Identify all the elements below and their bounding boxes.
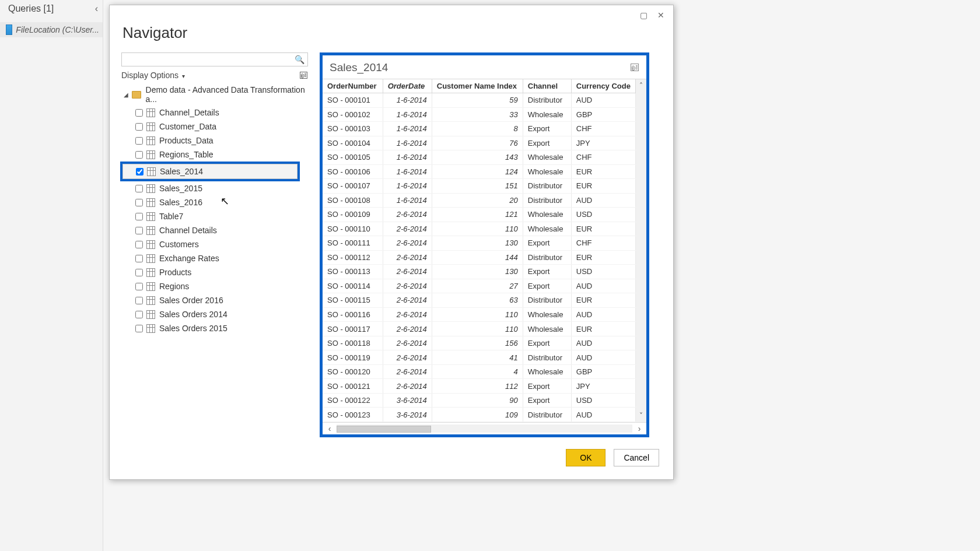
tree-item-checkbox[interactable]: [135, 151, 143, 159]
window-close-icon[interactable]: ✕: [652, 9, 670, 22]
table-row[interactable]: SO - 0001112-6-2014130ExportCHF: [323, 236, 636, 251]
table-row[interactable]: SO - 0001061-6-2014124WholesaleEUR: [323, 164, 636, 179]
table-cell: Export: [523, 379, 571, 394]
hscroll-thumb[interactable]: [337, 426, 431, 433]
table-cell: 1-6-2014: [383, 193, 432, 208]
tree-item[interactable]: Products: [121, 265, 315, 279]
table-cell: Distributor: [523, 93, 571, 108]
search-icon[interactable]: 🔍: [295, 55, 304, 64]
table-row[interactable]: SO - 0001031-6-20148ExportCHF: [323, 122, 636, 136]
queries-collapse-icon[interactable]: ‹: [95, 3, 98, 14]
column-header[interactable]: OrderDate: [383, 79, 432, 93]
tree-item-checkbox[interactable]: [135, 325, 143, 332]
table-icon: [146, 296, 155, 305]
table-cell: EUR: [571, 322, 635, 336]
hscroll-track[interactable]: [337, 424, 632, 433]
tree-item[interactable]: Exchange Rates: [121, 251, 315, 265]
table-cell: AUD: [571, 350, 635, 365]
table-cell: Distributor: [523, 293, 571, 308]
table-icon: [146, 150, 155, 159]
tree-item[interactable]: Regions: [121, 279, 315, 293]
table-row[interactable]: SO - 0001051-6-2014143WholesaleCHF: [323, 150, 636, 165]
table-row[interactable]: SO - 0001041-6-201476ExportJPY: [323, 136, 636, 150]
table-cell: Export: [523, 136, 571, 150]
tree-item[interactable]: Table7: [121, 209, 315, 223]
scroll-down-icon[interactable]: ˅: [639, 409, 643, 422]
ok-button[interactable]: OK: [566, 449, 606, 466]
preview-table[interactable]: OrderNumberOrderDateCustomer Name IndexC…: [323, 79, 636, 422]
table-row[interactable]: SO - 0001162-6-2014110WholesaleAUD: [323, 307, 636, 322]
tree-item-checkbox[interactable]: [135, 241, 143, 248]
tree-item[interactable]: Sales_2014: [123, 164, 298, 179]
scroll-left-icon[interactable]: ‹: [323, 424, 337, 433]
vertical-scrollbar[interactable]: ˄ ˅: [636, 79, 646, 422]
tree-item[interactable]: Sales_2015: [121, 181, 315, 195]
refresh-icon[interactable]: 🗟: [299, 70, 308, 80]
column-header[interactable]: OrderNumber: [323, 79, 383, 93]
table-row[interactable]: SO - 0001011-6-201459DistributorAUD: [323, 93, 636, 108]
table-row[interactable]: SO - 0001081-6-201420DistributorAUD: [323, 193, 636, 208]
horizontal-scrollbar[interactable]: ‹ ›: [323, 422, 646, 434]
table-row[interactable]: SO - 0001202-6-20144WholesaleGBP: [323, 364, 636, 379]
table-cell: 156: [432, 336, 523, 350]
search-input[interactable]: [121, 52, 308, 66]
column-header[interactable]: Channel: [523, 79, 571, 93]
expand-icon[interactable]: ◢: [124, 92, 128, 98]
tree-item-checkbox[interactable]: [135, 213, 143, 220]
cancel-button[interactable]: Cancel: [614, 449, 659, 466]
table-cell: 110: [432, 222, 523, 236]
table-row[interactable]: SO - 0001132-6-2014130ExportUSD: [323, 265, 636, 279]
table-row[interactable]: SO - 0001172-6-2014110WholesaleEUR: [323, 322, 636, 336]
query-item[interactable]: FileLocation (C:\User...: [0, 22, 103, 37]
table-cell: SO - 000120: [323, 364, 383, 379]
table-row[interactable]: SO - 0001142-6-201427ExportAUD: [323, 279, 636, 293]
scroll-right-icon[interactable]: ›: [632, 424, 646, 433]
tree-item-label: Products: [159, 268, 191, 277]
tree-item-checkbox[interactable]: [135, 109, 143, 117]
table-row[interactable]: SO - 0001071-6-2014151DistributorEUR: [323, 179, 636, 194]
tree-item-checkbox[interactable]: [135, 283, 143, 290]
table-row[interactable]: SO - 0001102-6-2014110WholesaleEUR: [323, 222, 636, 236]
window-maximize-icon[interactable]: ▢: [635, 9, 652, 22]
tree-item-checkbox[interactable]: [135, 269, 143, 276]
tree-item[interactable]: Sales Order 2016: [121, 293, 315, 307]
tree-item[interactable]: Sales Orders 2014: [121, 307, 315, 321]
table-row[interactable]: SO - 0001233-6-2014109DistributorAUD: [323, 408, 636, 422]
tree-item[interactable]: Customers: [121, 237, 315, 251]
column-header[interactable]: Customer Name Index: [432, 79, 523, 93]
tree-item-checkbox[interactable]: [135, 123, 143, 131]
table-cell: Distributor: [523, 193, 571, 208]
tree-item-checkbox[interactable]: [135, 311, 143, 318]
table-row[interactable]: SO - 0001152-6-201463DistributorEUR: [323, 293, 636, 308]
tree-item[interactable]: Regions_Table: [121, 148, 315, 162]
table-cell: 1-6-2014: [383, 107, 432, 122]
tree-item[interactable]: Channel Details: [121, 223, 315, 237]
preview-options-icon[interactable]: 🗟: [630, 62, 639, 73]
table-row[interactable]: SO - 0001212-6-2014112ExportJPY: [323, 379, 636, 394]
table-cell: Wholesale: [523, 222, 571, 236]
tree-item-checkbox[interactable]: [135, 185, 143, 192]
tree-item-label: Regions_Table: [159, 150, 214, 159]
display-options-dropdown[interactable]: Display Options ▾: [121, 71, 185, 80]
tree-item[interactable]: Sales_2016: [121, 195, 315, 209]
table-row[interactable]: SO - 0001223-6-201490ExportUSD: [323, 393, 636, 408]
column-header[interactable]: Currency Code: [571, 79, 635, 93]
tree-item[interactable]: Sales Orders 2015: [121, 321, 315, 335]
table-cell: AUD: [571, 307, 635, 322]
table-row[interactable]: SO - 0001122-6-2014144DistributorEUR: [323, 250, 636, 265]
tree-root[interactable]: ◢ Demo data - Advanced Data Transformati…: [121, 83, 315, 106]
table-row[interactable]: SO - 0001021-6-201433WholesaleGBP: [323, 107, 636, 122]
table-row[interactable]: SO - 0001092-6-2014121WholesaleUSD: [323, 208, 636, 222]
tree-item[interactable]: Products_Data: [121, 134, 315, 148]
scroll-up-icon[interactable]: ˄: [639, 79, 643, 92]
tree-item-checkbox[interactable]: [135, 137, 143, 145]
table-row[interactable]: SO - 0001182-6-2014156ExportAUD: [323, 336, 636, 350]
tree-item-checkbox[interactable]: [136, 168, 144, 176]
tree-item[interactable]: Customer_Data: [121, 120, 315, 134]
table-row[interactable]: SO - 0001192-6-201441DistributorAUD: [323, 350, 636, 365]
tree-item-checkbox[interactable]: [135, 227, 143, 234]
tree-item-checkbox[interactable]: [135, 297, 143, 304]
tree-item-checkbox[interactable]: [135, 199, 143, 206]
tree-item-checkbox[interactable]: [135, 255, 143, 262]
tree-item[interactable]: Channel_Details: [121, 106, 315, 120]
